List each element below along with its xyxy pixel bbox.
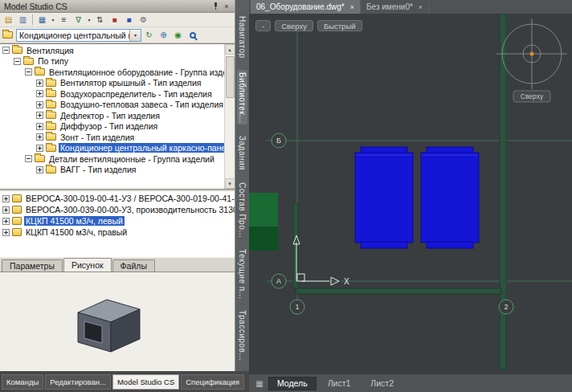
side-tab-navigator[interactable]: Навигатор bbox=[238, 16, 247, 59]
tab-list2[interactable]: Лист2 bbox=[362, 377, 402, 390]
tree-item[interactable]: Зонт - Тип изделия bbox=[0, 132, 224, 143]
tree-scrollbar[interactable]: ▲ ▼ bbox=[224, 44, 235, 189]
tree-item[interactable]: Дефлектор - Тип изделия bbox=[0, 110, 224, 121]
blue-box-icon[interactable]: ■ bbox=[122, 14, 136, 26]
tab-list1[interactable]: Лист1 bbox=[319, 377, 360, 390]
tree-item[interactable]: По типу bbox=[0, 56, 224, 67]
tree-item[interactable]: Воздухораспределитель - Тип изделия bbox=[0, 88, 224, 100]
layout-grid-icon[interactable]: ▦ bbox=[253, 377, 266, 390]
sort-icon[interactable]: ⇅ bbox=[93, 14, 107, 26]
filter-icon[interactable]: ∇ bbox=[72, 14, 85, 26]
side-tab-zadaniya[interactable]: Задания bbox=[238, 136, 247, 170]
settings-gear-icon[interactable]: ⚙ bbox=[137, 14, 150, 26]
compass-center-dot bbox=[530, 52, 534, 56]
copy-icon[interactable]: ▥ bbox=[16, 14, 30, 26]
tab-faily[interactable]: Файлы bbox=[112, 259, 155, 272]
folder-icon bbox=[46, 80, 56, 87]
chevron-down-icon[interactable]: ▾ bbox=[50, 14, 56, 26]
side-tab-tekushchie[interactable]: Текущие п... bbox=[238, 249, 247, 300]
expander-icon[interactable] bbox=[25, 68, 32, 76]
expander-icon[interactable] bbox=[36, 133, 43, 141]
expander-icon[interactable] bbox=[2, 206, 10, 214]
tree-item-label: Воздухораспределитель - Тип изделия bbox=[59, 89, 214, 99]
search-combo[interactable]: Кондиционер центральный каркасно-панельн… bbox=[16, 29, 141, 42]
list-item[interactable]: ВЕРОСА-300-019-00-41-У3 / ВЕРОСА-300-019… bbox=[0, 193, 235, 204]
tree-item-selected[interactable]: Кондиционер центральный каркасно-панельн… bbox=[0, 143, 224, 154]
side-tab-library[interactable]: Библиотек... bbox=[237, 70, 247, 125]
list-view-icon[interactable]: ≡ bbox=[57, 14, 71, 26]
list-item[interactable]: КЦКП 41500 м3/ч, правый bbox=[0, 227, 235, 238]
workspace-tab-model-studio-cs[interactable]: Model Studio CS bbox=[112, 374, 179, 390]
expander-icon[interactable] bbox=[36, 80, 43, 87]
viewport-minimize-button[interactable]: - bbox=[255, 20, 271, 31]
tree-item[interactable]: Вентиляция bbox=[0, 45, 224, 56]
pin-icon[interactable] bbox=[210, 2, 221, 11]
side-tab-trassirovka[interactable]: Трассиров... bbox=[238, 310, 247, 361]
drawing-canvas[interactable]: - Сверху Быстрый bbox=[249, 14, 572, 374]
search-combo-value: Кондиционер центральный каркасно-панельн… bbox=[17, 31, 129, 40]
part-icon bbox=[12, 228, 22, 236]
expander-icon[interactable] bbox=[14, 58, 21, 65]
close-tab-icon[interactable]: × bbox=[419, 3, 423, 11]
scroll-thumb[interactable] bbox=[226, 56, 235, 98]
tree-item[interactable]: Диффузор - Тип изделия bbox=[0, 121, 224, 133]
scroll-down-icon[interactable]: ▼ bbox=[225, 178, 235, 189]
tree-item[interactable]: Вентиляционное оборудование - Группа изд… bbox=[0, 67, 224, 78]
table-view-icon[interactable]: ▦ bbox=[35, 14, 49, 26]
close-icon[interactable]: × bbox=[221, 2, 232, 11]
new-item-icon[interactable]: ▤ bbox=[2, 14, 15, 26]
expander-icon[interactable] bbox=[36, 145, 43, 152]
expander-icon[interactable] bbox=[2, 195, 10, 202]
ahu-unit-2[interactable] bbox=[421, 147, 479, 248]
refresh-icon[interactable]: ↻ bbox=[142, 29, 156, 41]
folder-icon bbox=[46, 90, 56, 97]
expander-icon[interactable] bbox=[2, 47, 10, 54]
expander-icon[interactable] bbox=[2, 218, 10, 225]
wall-bottom[interactable] bbox=[296, 288, 501, 294]
side-panel-tabs: Навигатор Библиотек... Задания Состав Пр… bbox=[235, 0, 249, 371]
expander-icon[interactable] bbox=[25, 155, 32, 162]
doc-tab-bez-imeni[interactable]: Без имени0* × bbox=[361, 0, 429, 14]
folder-icon bbox=[46, 166, 56, 174]
tab-model[interactable]: Модель bbox=[268, 377, 317, 390]
workspace-tab-komandy[interactable]: Команды bbox=[2, 374, 43, 390]
library-tree-panel: Вентиляция По типу Вентиляционное оборуд… bbox=[0, 43, 235, 190]
expander-icon[interactable] bbox=[36, 101, 43, 108]
open-folder-icon[interactable] bbox=[2, 29, 15, 41]
expander-icon[interactable] bbox=[36, 166, 43, 174]
side-tab-sostav-proekta[interactable]: Состав Про... bbox=[238, 182, 247, 238]
left-dock: Model Studio CS × ▤ ▥ ▦ ▾ ≡ ∇ ▾ ⇅ ■ ■ ⚙ bbox=[0, 0, 249, 392]
tree-item-label: Вентиляция bbox=[25, 46, 76, 55]
palette-titlebar[interactable]: Model Studio CS × bbox=[0, 0, 235, 13]
doc-tab-oborudovanie[interactable]: 06_Оборудование.dwg* × bbox=[251, 0, 361, 14]
expander-icon[interactable] bbox=[36, 112, 43, 119]
globe-icon[interactable]: ⊕ bbox=[157, 29, 170, 41]
green-equipment-block[interactable] bbox=[249, 193, 278, 251]
expander-icon[interactable] bbox=[36, 123, 43, 130]
folder-icon bbox=[46, 112, 56, 119]
combo-dropdown-icon[interactable]: ▾ bbox=[129, 30, 141, 41]
tab-parametry[interactable]: Параметры bbox=[2, 259, 63, 272]
workspace-tab-redaktirovanie[interactable]: Редактирован... bbox=[45, 374, 111, 390]
viewport-view-button[interactable]: Сверху bbox=[275, 20, 313, 31]
ahu-unit-1[interactable] bbox=[355, 147, 413, 248]
scroll-up-icon[interactable]: ▲ bbox=[225, 44, 235, 55]
expander-icon[interactable] bbox=[36, 90, 43, 97]
tree-item-label: По типу bbox=[36, 56, 70, 66]
tab-risunok[interactable]: Рисунок bbox=[63, 258, 112, 272]
tree-item[interactable]: ВАГГ - Тип изделия bbox=[0, 165, 224, 176]
chevron-down-icon[interactable]: ▾ bbox=[86, 14, 92, 26]
list-item-selected[interactable]: КЦКП 41500 м3/ч, левый bbox=[0, 215, 235, 227]
red-box-icon[interactable]: ■ bbox=[108, 14, 121, 26]
tree-item[interactable]: Вентилятор крышный - Тип изделия bbox=[0, 78, 224, 89]
workspace-tab-specifikaciya[interactable]: Спецификация bbox=[181, 374, 244, 390]
search-icon[interactable] bbox=[186, 29, 199, 41]
marker-icon[interactable]: ◉ bbox=[171, 29, 185, 41]
tree-item[interactable]: Детали вентиляционные - Группа изделий bbox=[0, 153, 224, 165]
expander-icon[interactable] bbox=[2, 229, 10, 236]
tree-item[interactable]: Воздушно-тепловая завеса - Тип изделия bbox=[0, 100, 224, 111]
viewport-style-button[interactable]: Быстрый bbox=[317, 20, 362, 31]
list-item[interactable]: ВЕРОСА-300-039-00-00-У3, производительно… bbox=[0, 204, 235, 215]
close-tab-icon[interactable]: × bbox=[350, 3, 354, 11]
left-dock-main: Model Studio CS × ▤ ▥ ▦ ▾ ≡ ∇ ▾ ⇅ ■ ■ ⚙ bbox=[0, 0, 249, 371]
